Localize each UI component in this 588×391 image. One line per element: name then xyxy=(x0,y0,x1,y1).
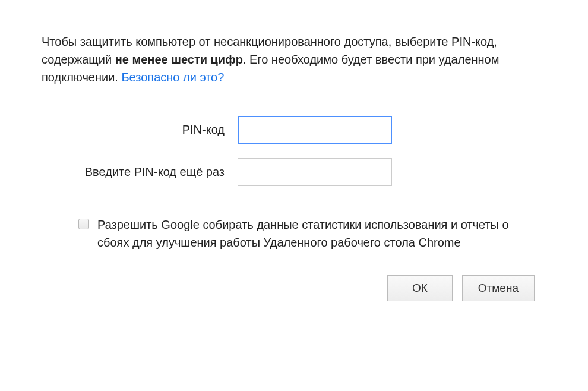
stats-checkbox-label: Разрешить Google собирать данные статист… xyxy=(97,216,511,251)
ok-button[interactable]: ОК xyxy=(387,275,453,301)
pin-row: PIN-код xyxy=(42,116,546,144)
intro-bold: не менее шести цифр xyxy=(115,53,243,66)
safety-link[interactable]: Безопасно ли это? xyxy=(121,71,224,84)
pin-label: PIN-код xyxy=(42,123,238,137)
pin-confirm-row: Введите PIN-код ещё раз xyxy=(42,158,546,186)
stats-checkbox[interactable] xyxy=(78,219,89,229)
stats-checkbox-row: Разрешить Google собирать данные статист… xyxy=(42,216,546,251)
intro-text: Чтобы защитить компьютер от несанкционир… xyxy=(42,33,546,86)
pin-input[interactable] xyxy=(238,116,392,144)
dialog-buttons: ОК Отмена xyxy=(42,275,546,301)
pin-form: PIN-код Введите PIN-код ещё раз xyxy=(42,116,546,186)
pin-confirm-label: Введите PIN-код ещё раз xyxy=(42,165,238,179)
pin-confirm-input[interactable] xyxy=(238,158,392,186)
cancel-button[interactable]: Отмена xyxy=(462,275,535,301)
